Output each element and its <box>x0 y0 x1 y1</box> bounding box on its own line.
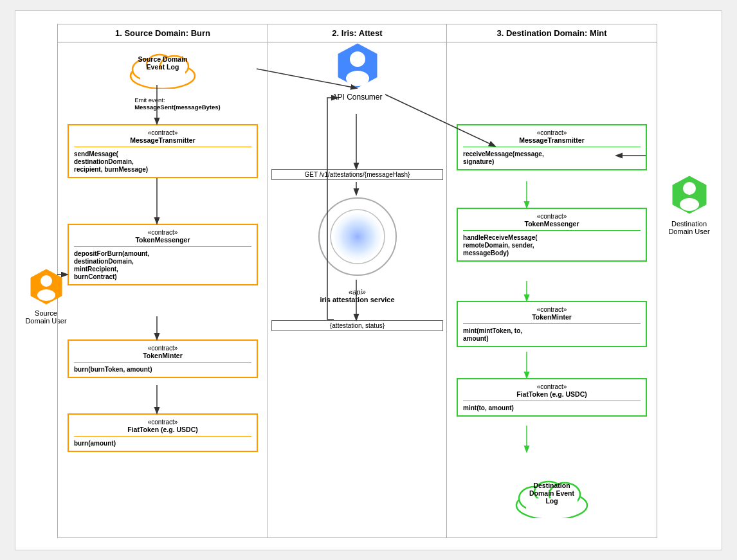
svg-point-1 <box>41 275 52 287</box>
dst-ft-title: FiatToken (e.g. USDC) <box>463 390 641 398</box>
dest-message-transmitter-box: «contract» MessageTransmitter receiveMes… <box>457 124 647 170</box>
dest-token-minter-box: «contract» TokenMinter mint(mintToken, t… <box>457 301 647 347</box>
dest-token-messenger-box: «contract» TokenMessenger handleReceiveM… <box>457 208 647 262</box>
source-event-log-cloud: Source DomainEvent Log <box>124 44 201 89</box>
column-dest: 3. Destination Domain: Mint «contract» M… <box>447 24 657 538</box>
src-ft-stereotype: «contract» <box>74 419 251 426</box>
src-tmint-stereotype: «contract» <box>74 345 251 352</box>
src-tmint-method: burn(burnToken, amount) <box>74 366 152 373</box>
source-fiat-token-box: «contract» FiatToken (e.g. USDC) burn(am… <box>68 413 258 452</box>
iris-service-label: «api» iris attestation service <box>268 288 446 303</box>
attest-response-label: {attestation, status} <box>271 320 443 331</box>
api-consumer-label: API Consumer <box>325 93 390 102</box>
iris-circle-svg <box>316 195 399 278</box>
dst-tm-stereotype: «contract» <box>463 213 641 220</box>
dest-user-icon <box>669 175 709 215</box>
src-mt-stereotype: «contract» <box>74 129 251 136</box>
src-mt-title: MessageTransmitter <box>74 136 251 144</box>
get-label: GET /v1/attestations/{messageHash} <box>271 169 443 180</box>
source-event-log-label: Source DomainEvent Log <box>124 55 201 71</box>
col-header-iris: 2. Iris: Attest <box>268 24 446 42</box>
dst-tmint-stereotype: «contract» <box>463 306 641 313</box>
dst-ft-stereotype: «contract» <box>463 383 641 390</box>
api-consumer-icon <box>334 42 381 89</box>
svg-point-2 <box>37 289 55 301</box>
api-consumer: API Consumer <box>325 42 390 102</box>
svg-point-5 <box>680 198 699 211</box>
svg-point-13 <box>346 71 369 86</box>
iris-service-visual <box>316 195 399 278</box>
svg-point-12 <box>350 51 365 67</box>
src-tm-title: TokenMessenger <box>74 236 251 244</box>
diagram-container: Source Domain User DestinationDomain Use… <box>15 10 722 550</box>
source-token-messenger-box: «contract» TokenMessenger depositForBurn… <box>68 224 258 285</box>
source-token-minter-box: «contract» TokenMinter burn(burnToken, a… <box>68 339 258 378</box>
src-tm-stereotype: «contract» <box>74 229 251 236</box>
src-ft-method: burn(amount) <box>74 440 116 447</box>
src-ft-title: FiatToken (e.g. USDC) <box>74 426 251 433</box>
src-mt-method: sendMessage(destinationDomain,recipient,… <box>74 150 148 173</box>
dst-mt-method: receiveMessage(message,signature) <box>463 150 544 165</box>
svg-rect-10 <box>140 69 185 84</box>
dst-mt-stereotype: «contract» <box>463 129 641 136</box>
emit-event-label: Emit event:MessageSent(messageBytes) <box>134 96 221 111</box>
dst-tmint-method: mint(mintToken, to,amount) <box>463 327 522 342</box>
dst-ft-method: mint(to, amount) <box>463 404 514 411</box>
dst-mt-title: MessageTransmitter <box>463 136 641 144</box>
col-header-dest: 3. Destination Domain: Mint <box>447 24 657 42</box>
dst-tmint-title: TokenMinter <box>463 313 641 321</box>
dest-event-log-label: DestinationDomain EventLog <box>510 482 594 505</box>
column-source: 1. Source Domain: Burn Source DomainEven… <box>57 24 268 538</box>
svg-point-4 <box>683 182 696 195</box>
col-header-source: 1. Source Domain: Burn <box>58 24 268 42</box>
dst-tm-title: TokenMessenger <box>463 220 641 228</box>
dest-user-label: DestinationDomain User <box>662 220 716 235</box>
dst-tm-method: handleReceiveMessage(remoteDomain, sende… <box>463 234 538 257</box>
dest-event-log-cloud: DestinationDomain EventLog <box>510 470 594 518</box>
src-tm-method: depositForBurn(amount,destinationDomain,… <box>74 250 149 280</box>
dest-domain-user: DestinationDomain User <box>662 175 716 235</box>
column-iris: 2. Iris: Attest API Consumer GET /v1/att… <box>268 24 447 538</box>
dest-fiat-token-box: «contract» FiatToken (e.g. USDC) mint(to… <box>457 378 647 417</box>
src-tmint-title: TokenMinter <box>74 352 251 359</box>
svg-point-16 <box>333 212 382 261</box>
columns-wrapper: 1. Source Domain: Burn Source DomainEven… <box>57 24 657 538</box>
source-message-transmitter-box: «contract» MessageTransmitter sendMessag… <box>68 124 258 178</box>
